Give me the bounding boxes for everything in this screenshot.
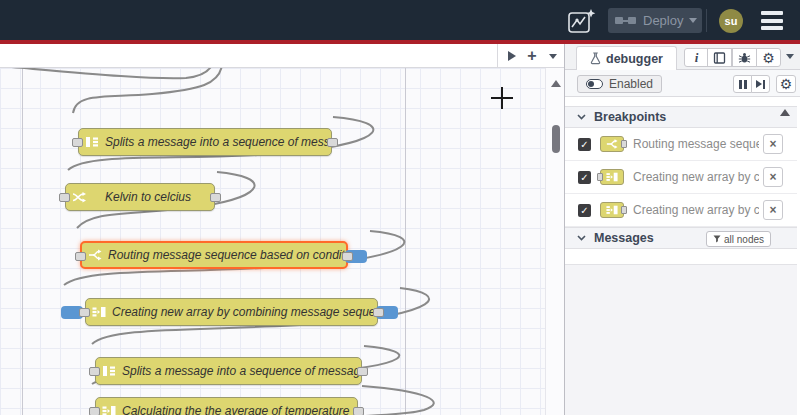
- checkbox-checked-icon[interactable]: ✓: [578, 171, 591, 184]
- output-port: [621, 140, 627, 148]
- close-icon[interactable]: ×: [763, 167, 783, 187]
- deploy-label: Deploy: [643, 13, 683, 28]
- flow-workspace[interactable]: Splits a message into a sequence of mess…: [0, 68, 564, 415]
- checkbox-checked-icon[interactable]: ✓: [578, 204, 591, 217]
- hamburger-menu-icon[interactable]: [761, 11, 783, 30]
- input-port[interactable]: [79, 308, 90, 317]
- close-icon[interactable]: ×: [763, 200, 783, 220]
- deploy-button[interactable]: Deploy: [608, 8, 702, 33]
- chevron-down-icon[interactable]: [689, 18, 697, 23]
- add-flow-icon[interactable]: +: [523, 48, 541, 64]
- enabled-toggle-button[interactable]: Enabled: [577, 75, 662, 93]
- output-port[interactable]: [327, 138, 338, 147]
- node-change-1[interactable]: Kelvin to celcius: [65, 183, 215, 211]
- sidebar-tabbar: debugger i ⚙: [565, 44, 800, 70]
- flow-canvas-area: +: [0, 44, 564, 415]
- settings-button[interactable]: ⚙: [756, 48, 781, 67]
- breakpoints-section-header[interactable]: Breakpoints: [565, 106, 797, 128]
- tabstrip-divider: [497, 44, 498, 68]
- join-node-mini-icon: [600, 202, 624, 218]
- messages-section-header[interactable]: Messages all nodes: [565, 227, 797, 249]
- output-port: [621, 206, 627, 214]
- output-port[interactable]: [210, 193, 221, 202]
- flow-assistant-icon[interactable]: [566, 8, 598, 34]
- node-join-1[interactable]: Creating new array by combining message …: [85, 298, 378, 326]
- enabled-label: Enabled: [609, 77, 653, 91]
- node-label: Splits a message into a sequence of mess…: [105, 135, 331, 149]
- book-icon: [713, 52, 726, 64]
- step-button[interactable]: [751, 75, 770, 93]
- messages-body: [565, 264, 797, 415]
- input-port[interactable]: [59, 193, 70, 202]
- gear-icon: ⚙: [780, 77, 793, 91]
- pause-icon: [739, 80, 742, 89]
- flow-list-chevron-icon[interactable]: [544, 48, 562, 64]
- input-port[interactable]: [89, 407, 100, 415]
- input-port[interactable]: [75, 252, 86, 261]
- canvas-scrollbar[interactable]: [545, 68, 564, 415]
- checkbox-checked-icon[interactable]: ✓: [578, 138, 591, 151]
- breakpoint-row[interactable]: ✓ Routing message sequence based on cond…: [565, 128, 797, 161]
- funnel-icon: [713, 235, 721, 243]
- output-port[interactable]: [373, 308, 384, 317]
- header-bar: Deploy su: [0, 0, 800, 40]
- pause-button[interactable]: [733, 75, 752, 93]
- pause-icon: [744, 80, 747, 89]
- chevron-down-icon: [577, 114, 586, 120]
- node-label: Calculating the the average of temperatu…: [122, 404, 357, 415]
- switch-node-mini-icon: [600, 136, 624, 152]
- user-avatar[interactable]: su: [719, 9, 743, 33]
- node-switch-1[interactable]: Routing message sequence based on condit…: [80, 241, 348, 269]
- crosshair-cursor: [501, 87, 503, 109]
- node-split-2[interactable]: Splits a message into a sequence of mess…: [95, 357, 362, 385]
- input-port[interactable]: [72, 138, 83, 147]
- breakpoint-label: Creating new array by combining message …: [633, 170, 759, 184]
- scroll-up-icon[interactable]: [780, 109, 790, 116]
- breakpoint-row[interactable]: ✓ Creating new array by combining messag…: [565, 161, 797, 194]
- chevron-down-icon: [577, 235, 586, 241]
- step-icon: [756, 80, 762, 88]
- gear-icon: ⚙: [762, 51, 775, 65]
- breakpoint-row[interactable]: ✓ Creating new array by combining messag…: [565, 194, 797, 227]
- step-icon: [763, 80, 765, 89]
- filter-label: all nodes: [724, 234, 764, 245]
- input-port: [597, 173, 603, 181]
- output-port[interactable]: [342, 252, 353, 261]
- scroll-up-icon[interactable]: [551, 80, 561, 87]
- workspace-tabstrip: +: [0, 44, 564, 68]
- node-red-editor: Deploy su +: [0, 0, 800, 415]
- bug-icon: [738, 52, 751, 64]
- play-icon[interactable]: [503, 48, 521, 64]
- section-title: Messages: [594, 231, 654, 245]
- header-divider: [706, 9, 707, 32]
- output-port[interactable]: [353, 407, 364, 415]
- debug-button[interactable]: [732, 48, 757, 67]
- node-label: Kelvin to celcius: [92, 190, 214, 204]
- node-label: Splits a message into a sequence of mess…: [122, 364, 361, 378]
- breakpoint-label: Creating new array by combining message …: [633, 203, 759, 217]
- debugger-toolbar: Enabled ⚙: [565, 70, 800, 97]
- node-join-2[interactable]: Calculating the the average of temperatu…: [95, 397, 358, 415]
- breakpoint-label: Routing message sequence based on condit…: [633, 137, 759, 151]
- docs-button[interactable]: [707, 48, 732, 67]
- node-split-1[interactable]: Splits a message into a sequence of mess…: [78, 128, 332, 156]
- chevron-down-icon[interactable]: [786, 54, 794, 59]
- node-label: Creating new array by combining message …: [112, 305, 377, 319]
- scrollbar-thumb[interactable]: [552, 125, 560, 153]
- messages-empty-row: [565, 249, 797, 264]
- node-label: Routing message sequence based on condit…: [108, 248, 346, 262]
- section-title: Breakpoints: [594, 110, 666, 124]
- input-port[interactable]: [89, 367, 100, 376]
- info-icon: i: [695, 50, 699, 66]
- filter-nodes-button[interactable]: all nodes: [706, 231, 771, 247]
- tab-debugger-label: debugger: [606, 52, 663, 66]
- output-port[interactable]: [357, 367, 368, 376]
- deploy-nodes-icon: [615, 17, 636, 24]
- close-icon[interactable]: ×: [763, 134, 783, 154]
- info-button[interactable]: i: [684, 48, 709, 67]
- debugger-settings-button[interactable]: ⚙: [776, 75, 796, 93]
- debug-sidebar: debugger i ⚙ Enabled ⚙ Breakpoints: [565, 44, 800, 415]
- flask-icon: [590, 52, 601, 65]
- toggle-icon: [586, 79, 603, 89]
- tab-debugger[interactable]: debugger: [576, 46, 677, 70]
